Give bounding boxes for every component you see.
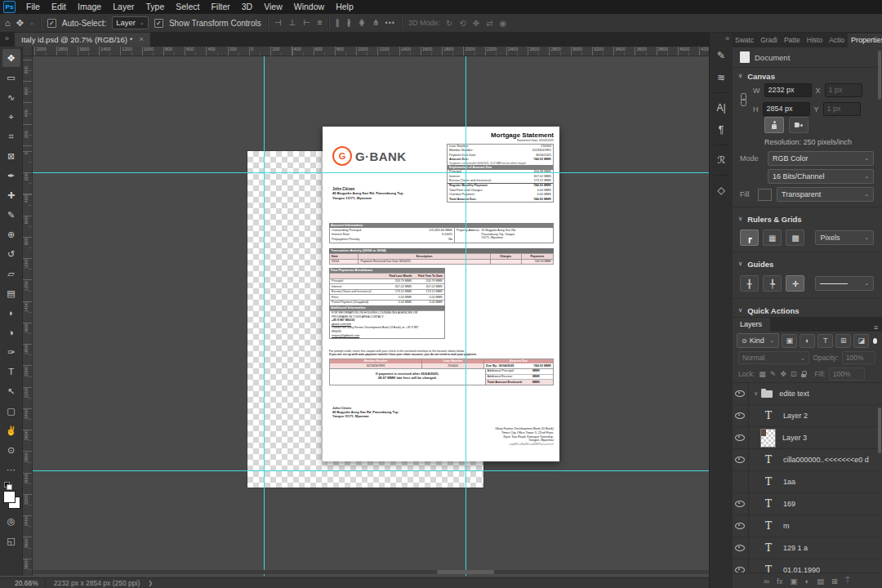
layer-row[interactable]: T129 1 a: [732, 537, 882, 559]
layer-row[interactable]: T169: [732, 493, 882, 515]
bit-depth-dropdown[interactable]: 16 Bits/Channel⌄: [768, 169, 874, 184]
marquee-tool[interactable]: ▭: [2, 69, 20, 87]
layer-row[interactable]: ∨edite text: [732, 383, 882, 405]
distribute-icon[interactable]: ⋔: [372, 15, 379, 31]
paragraph-panel-icon[interactable]: ¶: [711, 120, 731, 140]
move-tool[interactable]: ✥: [2, 49, 20, 67]
ruler-units-dropdown[interactable]: Pixels⌄: [815, 230, 874, 245]
lock-guides-button[interactable]: ╄: [763, 275, 782, 292]
layer-mask-icon[interactable]: ▣: [790, 577, 797, 586]
layer-row[interactable]: T1aa: [732, 471, 882, 493]
properties-scrollbar-thumb[interactable]: [878, 51, 881, 100]
toggle-pixel-grid-button[interactable]: ▩: [786, 229, 804, 246]
vertical-ruler[interactable]: 8006004002000200400600800100012001400160…: [23, 56, 33, 576]
horizontal-scrollbar-thumb[interactable]: [437, 570, 494, 574]
vertical-guide[interactable]: [264, 56, 265, 576]
document-tab[interactable]: Italy id.psd @ 20.7% (RGB/16) * ×: [15, 33, 150, 47]
layer-row[interactable]: T01.01.1990: [732, 559, 882, 572]
zoom-tool[interactable]: ⊙: [2, 441, 20, 459]
filter-type-layers-icon[interactable]: T: [817, 334, 833, 348]
hand-tool[interactable]: ✌: [2, 421, 20, 439]
screen-mode-icon[interactable]: ◱: [2, 532, 20, 550]
collapse-panels-icon[interactable]: »: [5, 34, 9, 42]
filter-smart-objects-icon[interactable]: ◪: [853, 334, 869, 348]
libraries-panel-icon[interactable]: ◇: [711, 180, 731, 200]
visibility-toggle[interactable]: [732, 559, 749, 572]
color-mode-dropdown[interactable]: RGB Color⌄: [768, 151, 874, 166]
canvas-area[interactable]: Mortgage Statement Statement Date: 05/04…: [33, 56, 709, 576]
zoom-level-field[interactable]: 20.66%: [15, 579, 46, 587]
visibility-toggle[interactable]: [732, 449, 749, 470]
close-icon[interactable]: ×: [139, 33, 143, 47]
canvas-height-field[interactable]: 2854 px: [763, 102, 810, 116]
toggle-grid-button[interactable]: ▦: [763, 229, 782, 246]
lock-all-icon[interactable]: [801, 371, 807, 378]
guides-section-title[interactable]: ∨ Guides: [732, 256, 882, 272]
align-icon[interactable]: ⊢: [303, 15, 310, 31]
menu-edit[interactable]: Edit: [46, 0, 72, 14]
layer-row[interactable]: Layer 3: [732, 427, 882, 449]
menu-select[interactable]: Select: [170, 0, 205, 14]
more-options-icon[interactable]: •••: [385, 19, 394, 27]
tab-gradi[interactable]: Gradi: [757, 33, 781, 47]
visibility-toggle[interactable]: [732, 471, 749, 492]
visibility-toggle[interactable]: [732, 515, 749, 537]
layers-scrollbar-thumb[interactable]: [878, 408, 881, 453]
history-brush-tool[interactable]: ↺: [2, 245, 20, 263]
brush-settings-icon[interactable]: ✎: [711, 46, 731, 65]
status-chevron-icon[interactable]: ❯: [148, 580, 153, 586]
panel-menu-icon[interactable]: ≡: [870, 323, 882, 332]
lock-artboard-icon[interactable]: ⊡: [790, 370, 798, 378]
horizontal-scrollbar[interactable]: [33, 570, 709, 574]
clone-stamp-tool[interactable]: ⊕: [2, 225, 20, 243]
distribute-icon[interactable]: ∥: [336, 15, 340, 31]
menu-image[interactable]: Image: [72, 0, 107, 14]
horizontal-ruler[interactable]: 2000180016001400120010008006004002000200…: [23, 47, 709, 56]
orientation-landscape-button[interactable]: [789, 117, 808, 133]
canvas-section-title[interactable]: ∨ Canvas: [732, 68, 882, 84]
expand-panels-icon[interactable]: »: [725, 34, 729, 42]
menu-layer[interactable]: Layer: [107, 0, 140, 14]
align-icon[interactable]: ⊥: [288, 15, 296, 31]
show-transform-checkbox[interactable]: ✓: [154, 19, 163, 28]
filter-shape-layers-icon[interactable]: ⊞: [835, 334, 851, 348]
healing-brush-tool[interactable]: ✚: [2, 186, 20, 204]
new-layer-icon[interactable]: ⊞: [831, 577, 838, 586]
visibility-toggle[interactable]: [732, 493, 749, 514]
horizontal-guide[interactable]: [33, 172, 709, 173]
filter-kind-dropdown[interactable]: ⊙ Kind ⌄: [737, 333, 779, 348]
rectangle-tool[interactable]: ▢: [2, 402, 20, 420]
character-panel-icon[interactable]: A|: [711, 98, 731, 118]
filtering-toggle[interactable]: [873, 338, 877, 344]
glyphs-panel-icon[interactable]: ℛ: [711, 150, 731, 170]
lock-position-icon[interactable]: ✥: [779, 370, 787, 378]
dodge-tool[interactable]: ◑: [2, 323, 20, 341]
type-tool[interactable]: T: [2, 363, 20, 381]
visibility-toggle[interactable]: [732, 427, 749, 448]
menu-help[interactable]: Help: [330, 0, 359, 14]
edit-toolbar[interactable]: ⋯: [2, 461, 20, 479]
fill-dropdown[interactable]: Transparent⌄: [777, 187, 874, 202]
tab-properties[interactable]: Properties: [848, 33, 882, 47]
layer-row[interactable]: TLayer 2: [732, 405, 882, 427]
brush-tool[interactable]: ✎: [2, 206, 20, 224]
layer-row[interactable]: Tm: [732, 515, 882, 537]
menu-file[interactable]: File: [20, 0, 46, 14]
lock-pixels-icon[interactable]: ✎: [769, 370, 777, 378]
auto-select-target-dropdown[interactable]: Layer ⌄: [112, 16, 149, 29]
lock-transparency-icon[interactable]: ▦: [758, 370, 767, 378]
tab-swatc[interactable]: Swatc: [732, 33, 757, 47]
tool-preset-caret-icon[interactable]: ⌄: [29, 15, 34, 31]
visibility-toggle[interactable]: [732, 405, 749, 426]
blur-tool[interactable]: ◗: [2, 304, 20, 322]
ruler-origin-corner[interactable]: [23, 47, 33, 56]
new-group-icon[interactable]: ▤: [817, 577, 824, 586]
tab-patte[interactable]: Patte: [781, 33, 804, 47]
foreground-color-chip[interactable]: [3, 491, 16, 503]
brushes-icon[interactable]: ≋: [711, 68, 731, 87]
visibility-toggle[interactable]: [732, 383, 749, 404]
tab-histo[interactable]: Histo: [804, 33, 826, 47]
move-tool-icon[interactable]: ✥: [16, 15, 24, 31]
gradient-tool[interactable]: ▤: [2, 284, 20, 302]
toggle-rulers-button[interactable]: ┏: [740, 229, 759, 246]
